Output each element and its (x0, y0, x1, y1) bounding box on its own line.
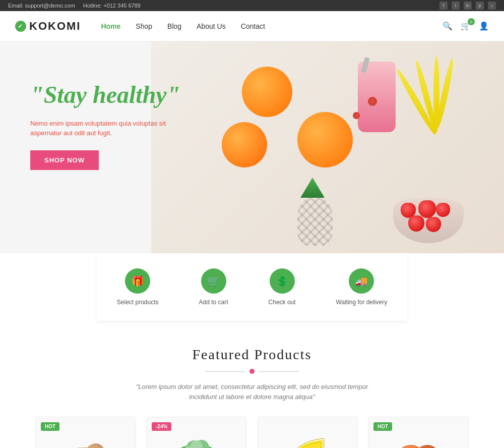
broccoli-image (166, 427, 227, 448)
product-card-3: Variable product 05 ★★★★☆ $120 (257, 417, 358, 448)
peach-image (388, 427, 449, 448)
logo[interactable]: ✓ KOKOMI (15, 20, 81, 33)
feature-select: 🎁 Select products (117, 268, 159, 306)
cart-icon[interactable]: 🛒 0 (461, 21, 471, 31)
badge-hot-1: HOT (41, 422, 59, 431)
product-card-1: HOT External/Affiliate product ★★★★★ $69 (35, 417, 136, 448)
product-image-4: HOT (368, 417, 468, 448)
smoothie-glass (358, 62, 396, 132)
checkout-label: Check out (269, 299, 296, 306)
product-image-2: -24% (147, 417, 246, 448)
divider-line-right (259, 371, 299, 372)
section-divider (30, 369, 474, 374)
hero-content: "Stay healthy" Nemo enim ipsam voluptate… (30, 82, 192, 170)
features-bar: 🎁 Select products 🛒 Add to cart 💲 Check … (97, 253, 407, 321)
shop-now-button[interactable]: SHOP NOW (30, 150, 99, 170)
product-card-2: -24% Downloadable product ★★★★☆ $250 $19… (146, 417, 247, 448)
twitter-icon[interactable]: t (452, 2, 460, 10)
product-card-4: HOT Variable product 04 ★★★★★ $150 (368, 417, 469, 448)
badge-sale-2: -24% (152, 422, 171, 431)
hotline-info: Hotline: +012 345 6789 (83, 3, 141, 9)
top-bar-contact: Email: support@demo.com Hotline: +012 34… (8, 3, 141, 9)
facebook-icon[interactable]: f (439, 2, 448, 10)
select-label: Select products (117, 299, 159, 306)
meat-image (55, 427, 116, 448)
banana-image (277, 427, 338, 448)
hero-fruits (181, 51, 474, 253)
strawberry-bowl (393, 198, 464, 243)
hero-section: "Stay healthy" Nemo enim ipsam voluptate… (0, 41, 504, 253)
nav-blog[interactable]: Blog (167, 20, 181, 32)
orange-fruit-1 (242, 67, 292, 117)
select-icon: 🎁 (125, 268, 150, 294)
product-image-3 (258, 417, 357, 448)
nav-contact[interactable]: Contact (241, 20, 265, 32)
main-nav: Home Shop Blog About Us Contact (101, 20, 443, 32)
divider-dot (249, 369, 255, 374)
raspberry-2 (353, 112, 360, 119)
banana-cluster (401, 54, 471, 145)
feature-checkout: 💲 Check out (269, 268, 296, 306)
product-image-1: HOT (36, 417, 136, 448)
section-title: Featured Products (30, 347, 474, 363)
social-icons: f t in p ⌂ (439, 2, 496, 10)
hero-subtitle: Nemo enim ipsam voluptatem quia voluptas… (30, 119, 192, 138)
email-info: Email: support@demo.com (8, 3, 75, 9)
cart-badge: 0 (468, 18, 475, 25)
delivery-label: Waiting for delivery (336, 299, 388, 306)
nav-home[interactable]: Home (101, 20, 120, 32)
instagram-icon[interactable]: in (464, 2, 472, 10)
nav-shop[interactable]: Shop (136, 20, 152, 32)
header: ✓ KOKOMI Home Shop Blog About Us Contact… (0, 11, 504, 41)
rss-icon[interactable]: ⌂ (488, 2, 496, 10)
products-grid: HOT External/Affiliate product ★★★★★ $69 (30, 417, 474, 448)
nav-about[interactable]: About Us (197, 20, 226, 32)
raspberry-1 (368, 97, 377, 106)
feature-cart: 🛒 Add to cart (199, 268, 228, 306)
logo-icon: ✓ (15, 21, 26, 32)
section-description: "Lorem ipsum dolor sit amet, consectetur… (126, 382, 378, 402)
delivery-icon: 🚚 (349, 268, 374, 294)
badge-hot-4: HOT (373, 422, 392, 431)
orange-fruit-2 (297, 112, 353, 167)
logo-text: KOKOMI (29, 20, 81, 33)
user-icon[interactable]: 👤 (479, 21, 489, 31)
pinterest-icon[interactable]: p (476, 2, 484, 10)
cart-feature-icon: 🛒 (201, 268, 226, 294)
top-bar: Email: support@demo.com Hotline: +012 34… (0, 0, 504, 11)
feature-delivery: 🚚 Waiting for delivery (336, 268, 388, 306)
cart-label: Add to cart (199, 299, 228, 306)
orange-fruit-3 (222, 122, 267, 167)
hero-quote: "Stay healthy" (30, 82, 192, 108)
checkout-icon: 💲 (270, 268, 295, 294)
pineapple (297, 178, 333, 246)
divider-line-left (205, 371, 245, 372)
header-icons: 🔍 🛒 0 👤 (443, 21, 489, 31)
featured-section: Featured Products "Lorem ipsum dolor sit… (0, 321, 504, 448)
search-icon[interactable]: 🔍 (443, 21, 453, 31)
